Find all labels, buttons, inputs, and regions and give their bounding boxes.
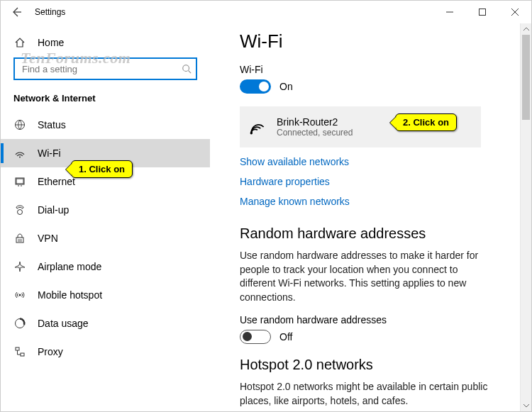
random-addresses-body: Use random hardware addresses to make it… [240, 249, 492, 304]
hotspot-body: Hotspot 2.0 networks might be available … [240, 380, 492, 408]
link-manage-known[interactable]: Manage known networks [240, 196, 350, 207]
callout-2: 2. Click on [395, 113, 457, 131]
svg-point-12 [250, 132, 253, 134]
random-toggle-state: Off [279, 331, 292, 343]
sidebar-item-label: Ethernet [38, 176, 75, 187]
maximize-button[interactable] [466, 1, 499, 23]
search-input[interactable] [13, 57, 197, 80]
wifi-toggle-state: On [279, 81, 293, 92]
sidebar-item-label: Proxy [38, 346, 63, 357]
status-icon [13, 119, 26, 130]
sidebar-item-status[interactable]: Status [1, 111, 210, 139]
wifi-toggle-label: Wi-Fi [240, 64, 524, 75]
sidebar-item-label: Wi-Fi [38, 147, 61, 159]
back-button[interactable] [11, 6, 31, 18]
random-toggle-label: Use random hardware addresses [240, 314, 524, 325]
sidebar-item-label: Dial-up [38, 204, 69, 216]
arrow-left-icon [11, 6, 22, 18]
random-addresses-heading: Random hardware addresses [240, 226, 524, 242]
svg-point-8 [19, 294, 21, 296]
svg-point-6 [18, 210, 23, 215]
ethernet-icon [13, 176, 26, 187]
sidebar-section-label: Network & Internet [1, 80, 210, 106]
sidebar-item-airplane[interactable]: Airplane mode [1, 252, 210, 281]
proxy-icon [13, 346, 26, 357]
sidebar: Home Network & Internet Status [1, 23, 210, 411]
svg-rect-10 [16, 347, 19, 350]
sidebar-item-datausage[interactable]: Data usage [1, 309, 210, 338]
home-label: Home [38, 37, 64, 48]
window-title: Settings [35, 7, 65, 17]
svg-rect-5 [16, 179, 23, 184]
svg-point-3 [19, 157, 21, 158]
wifi-icon [13, 147, 26, 159]
window-controls [433, 1, 531, 23]
wifi-toggle[interactable] [240, 79, 271, 94]
vpn-icon [13, 233, 26, 244]
random-toggle[interactable] [240, 330, 271, 344]
data-usage-icon [13, 318, 26, 329]
close-button[interactable] [499, 1, 531, 23]
sidebar-item-label: Status [38, 119, 66, 130]
sidebar-item-label: VPN [38, 233, 58, 244]
sidebar-item-vpn[interactable]: VPN [1, 224, 210, 252]
link-show-networks[interactable]: Show available networks [240, 156, 349, 167]
sidebar-item-label: Airplane mode [38, 261, 101, 272]
home-icon [13, 37, 26, 48]
sidebar-nav: Status Wi-Fi Ethernet Dial-up [1, 111, 210, 366]
callout-1: 1. Click on [71, 160, 133, 178]
home-link[interactable]: Home [1, 29, 210, 56]
sidebar-item-proxy[interactable]: Proxy [1, 338, 210, 366]
network-status: Connected, secured [277, 128, 353, 138]
link-hardware-properties[interactable]: Hardware properties [240, 176, 330, 187]
search-icon [182, 64, 192, 74]
scroll-up-icon[interactable] [521, 23, 531, 35]
sidebar-item-dialup[interactable]: Dial-up [1, 196, 210, 224]
sidebar-item-label: Mobile hotspot [38, 289, 102, 301]
scrollbar-thumb[interactable] [522, 35, 530, 120]
sidebar-item-hotspot[interactable]: Mobile hotspot [1, 281, 210, 309]
network-name: Brink-Router2 [277, 116, 353, 128]
titlebar: Settings [1, 1, 531, 23]
scroll-down-icon[interactable] [521, 400, 531, 411]
page-title: Wi-Fi [240, 30, 524, 52]
wifi-signal-icon [248, 118, 267, 136]
hotspot-icon [13, 289, 26, 301]
sidebar-item-label: Data usage [38, 318, 89, 329]
hotspot-heading: Hotspot 2.0 networks [240, 357, 524, 373]
svg-point-1 [183, 65, 189, 72]
dialup-icon [13, 204, 26, 216]
search-field[interactable] [21, 63, 182, 75]
scrollbar[interactable] [520, 23, 531, 411]
minimize-button[interactable] [433, 1, 466, 23]
svg-rect-0 [480, 9, 486, 16]
svg-rect-11 [21, 353, 24, 356]
main-content: Wi-Fi Wi-Fi On Brink-Router2 Connected, … [210, 23, 531, 411]
airplane-icon [13, 261, 26, 272]
svg-rect-7 [16, 238, 23, 243]
